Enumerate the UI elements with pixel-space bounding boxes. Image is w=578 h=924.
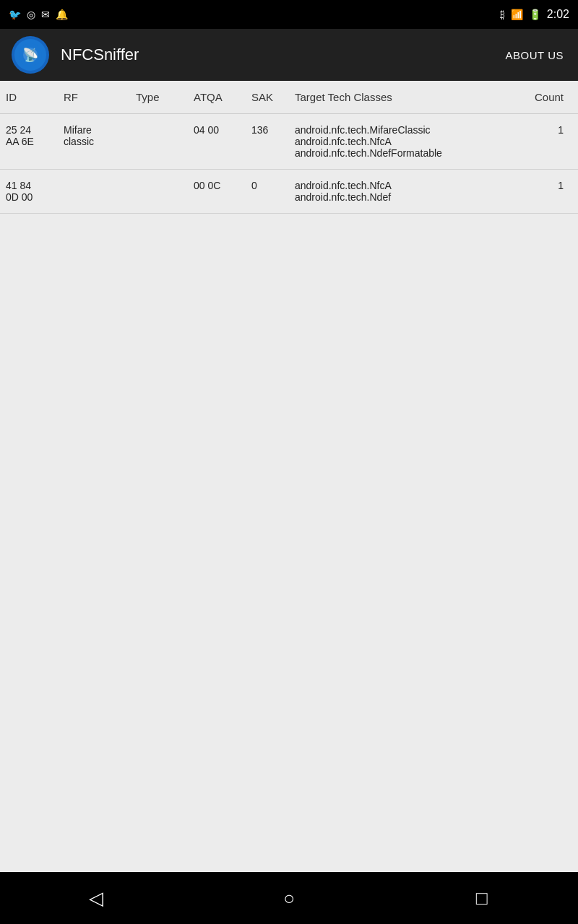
nfc-icon: ◎ xyxy=(27,9,35,20)
svg-text:📡: 📡 xyxy=(22,47,39,63)
status-time: 2:02 xyxy=(547,8,569,21)
recent-icon: □ xyxy=(476,887,488,910)
home-button[interactable]: ○ xyxy=(267,876,311,920)
table-row: 41 84 0D 0000 0C0android.nfc.tech.NfcA a… xyxy=(0,170,578,214)
cell-sak: 0 xyxy=(246,170,289,214)
cell-atqa: 00 0C xyxy=(188,170,246,214)
header-type: Type xyxy=(130,81,188,114)
cell-type xyxy=(130,170,188,214)
cell-ttc: android.nfc.tech.NfcA android.nfc.tech.N… xyxy=(289,170,527,214)
cell-id: 25 24 AA 6E xyxy=(0,114,58,170)
table-row: 25 24 AA 6EMifare classic04 00136android… xyxy=(0,114,578,170)
home-icon: ○ xyxy=(283,887,295,910)
app-logo-inner: 📡 xyxy=(14,39,46,71)
table-container: ID RF Type ATQA SAK Target Tech Classes … xyxy=(0,81,578,872)
table-header-row: ID RF Type ATQA SAK Target Tech Classes … xyxy=(0,81,578,114)
notification-icon: 🔔 xyxy=(56,9,68,20)
cell-count: 1 xyxy=(527,170,578,214)
about-us-button[interactable]: ABOUT US xyxy=(503,43,566,67)
cell-type xyxy=(130,114,188,170)
header-rf: RF xyxy=(58,81,130,114)
battery-icon: 🔋 xyxy=(529,9,541,20)
back-button[interactable]: ◁ xyxy=(74,876,118,920)
cell-rf: Mifare classic xyxy=(58,114,130,170)
gmail-icon: ✉ xyxy=(41,9,50,20)
cell-atqa: 04 00 xyxy=(188,114,246,170)
header-sak: SAK xyxy=(246,81,289,114)
nav-bar: ◁ ○ □ xyxy=(0,872,578,924)
cell-sak: 136 xyxy=(246,114,289,170)
logo-svg: 📡 xyxy=(17,42,43,68)
app-logo: 📡 xyxy=(12,36,49,74)
status-bar-left: 🐦 ◎ ✉ 🔔 xyxy=(9,9,68,20)
status-bar-right: ₿ 📶 🔋 2:02 xyxy=(500,8,569,21)
table-body: 25 24 AA 6EMifare classic04 00136android… xyxy=(0,114,578,214)
cell-id: 41 84 0D 00 xyxy=(0,170,58,214)
nfc-data-table: ID RF Type ATQA SAK Target Tech Classes … xyxy=(0,81,578,214)
bluetooth-icon: ₿ xyxy=(500,9,505,20)
header-count: Count xyxy=(527,81,578,114)
recent-button[interactable]: □ xyxy=(460,876,504,920)
app-title: NFCSniffer xyxy=(61,45,503,64)
status-bar: 🐦 ◎ ✉ 🔔 ₿ 📶 🔋 2:02 xyxy=(0,0,578,29)
back-icon: ◁ xyxy=(89,887,103,910)
header-target-tech-classes: Target Tech Classes xyxy=(289,81,527,114)
app-bar: 📡 NFCSniffer ABOUT US xyxy=(0,29,578,81)
wifi-icon: 📶 xyxy=(511,9,523,20)
header-id: ID xyxy=(0,81,58,114)
cell-count: 1 xyxy=(527,114,578,170)
header-atqa: ATQA xyxy=(188,81,246,114)
cell-ttc: android.nfc.tech.MifareClassic android.n… xyxy=(289,114,527,170)
cell-rf xyxy=(58,170,130,214)
twitter-icon: 🐦 xyxy=(9,9,21,20)
